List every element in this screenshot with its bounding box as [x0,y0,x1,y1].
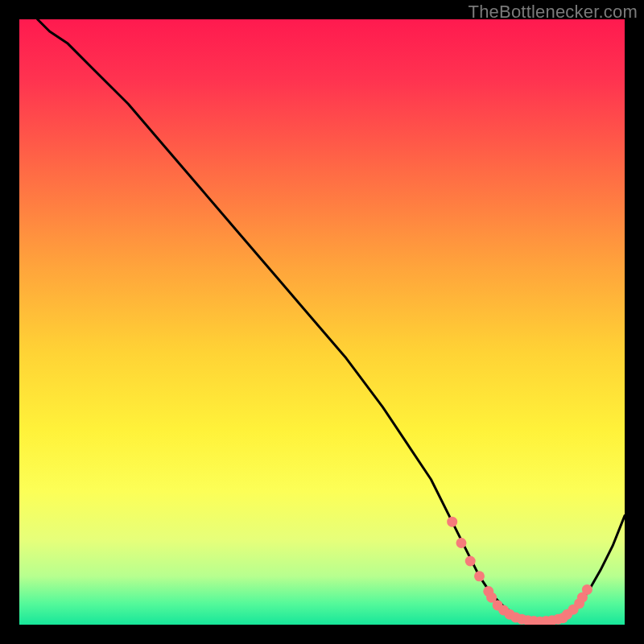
bottleneck-chart [19,19,625,625]
data-marker [465,556,476,567]
gradient-background [19,19,625,625]
data-marker [456,538,467,548]
data-marker [447,517,457,527]
data-marker [582,584,592,595]
data-marker [474,571,485,581]
chart-frame [19,19,625,625]
